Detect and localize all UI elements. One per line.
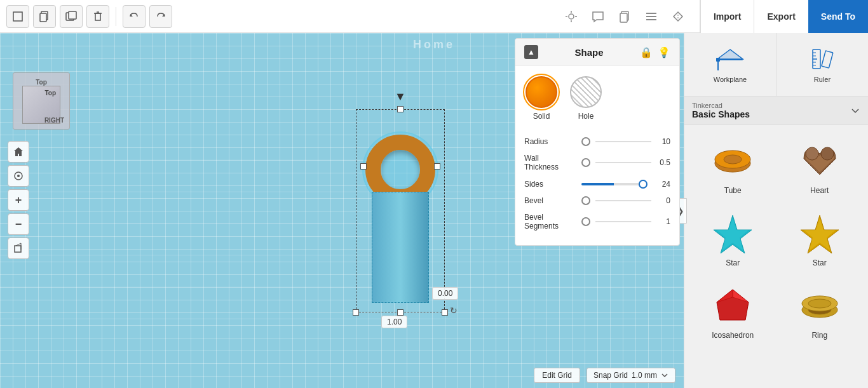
- hole-label: Hole: [578, 112, 594, 121]
- 3d-object[interactable]: ▼ ↻: [356, 109, 445, 312]
- hole-circle[interactable]: [570, 76, 602, 108]
- svg-rect-5: [95, 13, 100, 20]
- shape-item-icosahedron[interactable]: Icosahedron: [689, 275, 776, 347]
- handle-bottom-right[interactable]: [442, 309, 448, 316]
- toolbar-separator: [116, 7, 116, 26]
- sides-slider-thumb[interactable]: [639, 180, 648, 189]
- action-buttons: Import Export Send To: [700, 0, 868, 33]
- workplane-button[interactable]: Workplane: [684, 33, 776, 97]
- svg-point-44: [724, 155, 742, 164]
- shape-panel-title: Shape: [574, 47, 603, 58]
- radius-radio[interactable]: [581, 137, 590, 146]
- viewport-label: Home: [413, 38, 455, 51]
- bevel-segments-control: [581, 217, 651, 226]
- shape-panel-collapse-button[interactable]: ▲: [524, 45, 538, 59]
- zoom-out-button[interactable]: −: [8, 213, 29, 235]
- menu-icon-btn[interactable]: [640, 5, 663, 28]
- wall-thickness-track: [595, 162, 651, 163]
- bevel-segments-value: 1: [651, 217, 670, 226]
- handle-left[interactable]: [360, 163, 367, 170]
- view-cube-face-label: Top: [44, 90, 56, 97]
- orthographic-button[interactable]: [8, 237, 29, 259]
- handle-bottom-left[interactable]: [353, 309, 359, 316]
- solid-circle[interactable]: [526, 76, 557, 108]
- radius-row: Radius 10: [524, 137, 670, 146]
- sides-control: [581, 183, 651, 185]
- ring-svg: [797, 288, 842, 323]
- redo-button[interactable]: [149, 5, 172, 28]
- sendto-button[interactable]: Send To: [808, 0, 868, 33]
- lock-icon[interactable]: 🔒: [640, 46, 653, 58]
- delete-button[interactable]: [86, 5, 109, 28]
- left-controls: + −: [8, 141, 29, 259]
- chat-icon-btn[interactable]: [587, 5, 609, 28]
- icon-btn-group: [550, 0, 700, 32]
- tube-thumbnail: [710, 138, 755, 182]
- snap-dropdown-icon: [661, 371, 668, 379]
- svg-rect-2: [40, 13, 46, 22]
- svg-point-46: [821, 147, 834, 160]
- copy-icon-btn[interactable]: [613, 5, 636, 28]
- bevel-radio[interactable]: [581, 196, 590, 205]
- radius-control: [581, 137, 651, 146]
- handle-right[interactable]: [434, 163, 440, 170]
- heart-svg: [797, 140, 842, 181]
- wall-thickness-value: 0.5: [651, 158, 670, 167]
- copy-style-button[interactable]: [33, 5, 56, 28]
- import-button[interactable]: Import: [700, 0, 754, 33]
- export-button[interactable]: Export: [754, 0, 808, 33]
- shape-item-tube[interactable]: Tube: [689, 130, 776, 203]
- workplane-icon: [714, 46, 746, 72]
- handle-bottom-center[interactable]: [397, 309, 403, 316]
- wall-thickness-radio[interactable]: [581, 158, 590, 167]
- radius-track: [595, 141, 651, 142]
- shape-item-star-gold[interactable]: Star: [776, 203, 864, 275]
- svg-rect-4: [69, 11, 76, 19]
- visibility-icon[interactable]: 💡: [658, 46, 670, 58]
- shape-item-ring[interactable]: Ring: [776, 275, 864, 347]
- hole-shape-type[interactable]: Hole: [570, 76, 602, 121]
- grid-icon-btn[interactable]: [667, 5, 689, 28]
- tinkercad-brand: Tinkercad Basic Shapes: [692, 102, 750, 119]
- rotate-handle[interactable]: ↻: [450, 305, 458, 316]
- panel-icons: 🔒 💡: [640, 46, 670, 58]
- radius-value: 10: [651, 137, 670, 146]
- wall-thickness-label: WallThickness: [524, 154, 581, 172]
- solid-shape-type[interactable]: Solid: [526, 76, 557, 121]
- wall-thickness-control: [581, 158, 651, 167]
- shape-panel-header: ▲ Shape 🔒 💡: [515, 39, 679, 66]
- undo-button[interactable]: [123, 5, 146, 28]
- fit-view-button[interactable]: [8, 165, 29, 187]
- duplicate-button[interactable]: [60, 5, 83, 28]
- star-cyan-label: Star: [726, 258, 740, 267]
- view-cube-top-label: Top: [36, 79, 47, 86]
- sides-slider[interactable]: [581, 183, 646, 185]
- new-button[interactable]: [6, 5, 29, 28]
- svg-marker-32: [717, 50, 743, 59]
- shapes-header: Tinkercad Basic Shapes: [684, 97, 868, 125]
- home-view-button[interactable]: [8, 141, 29, 163]
- top-right-toolbar: Import Export Send To: [515, 0, 868, 33]
- zoom-in-button[interactable]: +: [8, 189, 29, 211]
- ring-label: Ring: [811, 331, 827, 340]
- solid-label: Solid: [533, 112, 550, 121]
- handle-top[interactable]: [397, 106, 403, 112]
- right-panel-top: Workplane Ruler: [684, 33, 868, 97]
- tinkercad-label: Tinkercad: [692, 102, 750, 109]
- bevel-value: 0: [651, 196, 670, 205]
- ruler-label: Ruler: [814, 76, 831, 83]
- bevel-segments-row: BevelSegments 1: [524, 213, 670, 231]
- shape-item-star-cyan[interactable]: Star: [689, 203, 776, 275]
- icosahedron-label: Icosahedron: [712, 331, 754, 340]
- svg-rect-33: [716, 58, 720, 62]
- ruler-button[interactable]: Ruler: [776, 33, 868, 97]
- dropdown-arrow-icon[interactable]: [850, 105, 860, 116]
- view-cube[interactable]: Top Top RIGHT: [13, 72, 70, 130]
- edit-grid-button[interactable]: Edit Grid: [534, 368, 580, 383]
- shape-item-heart[interactable]: Heart: [776, 130, 864, 203]
- bevel-segments-radio[interactable]: [581, 217, 590, 226]
- star-gold-thumbnail: [797, 210, 842, 255]
- light-icon-btn[interactable]: [560, 5, 583, 28]
- ruler-icon: [810, 46, 835, 72]
- snap-grid-control[interactable]: Snap Grid 1.0 mm: [587, 368, 675, 383]
